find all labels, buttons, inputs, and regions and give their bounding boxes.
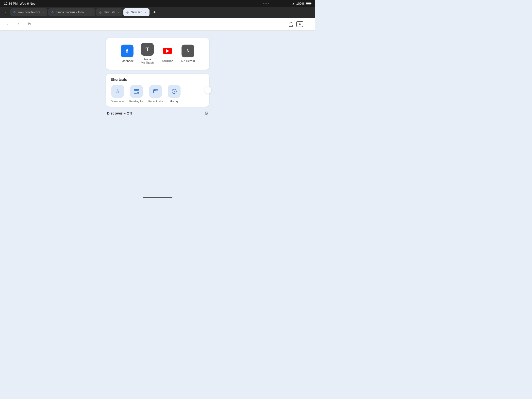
tab-close-newtab4[interactable]: ✕ (144, 11, 147, 14)
shortcut-bookmarks[interactable]: ☆ Bookmarks (111, 85, 124, 103)
tab-newtab4[interactable]: ⊙ New Tab ✕ (123, 8, 150, 16)
trade-icon: T (141, 43, 154, 56)
nzherald-icon: N (182, 45, 194, 57)
tab-favicon-newtab3: ⊙ (99, 11, 102, 14)
facebook-icon (121, 45, 133, 57)
shortcut-label-reading-list: Reading list (129, 100, 143, 103)
svg-rect-1 (134, 90, 139, 91)
shortcut-label-history: History (170, 100, 178, 103)
reading-list-icon-wrap (130, 85, 143, 98)
toolbar-right: 4 ··· (288, 21, 311, 27)
bookmarks-icon-wrap: ☆ (111, 85, 124, 98)
tabs-count: 4 (299, 22, 301, 26)
fav-item-facebook[interactable]: Facebook (120, 45, 133, 63)
shortcuts-grid: ☆ Bookmarks Reading list (111, 85, 204, 103)
recent-tabs-icon (153, 88, 159, 94)
tab-title-newtab4: New Tab (131, 11, 142, 14)
status-right: ▲ 100% (292, 2, 311, 5)
tab-newtab3[interactable]: ⊙ New Tab ✕ (96, 8, 122, 16)
shortcut-recent-tabs[interactable]: Recent tabs (149, 85, 163, 103)
fav-item-nzherald[interactable]: N NZ Herald (181, 45, 195, 63)
home-indicator (143, 197, 172, 198)
svg-rect-0 (134, 89, 139, 90)
tab-title-google: www.google.com (18, 11, 40, 14)
fav-label-nzherald: NZ Herald (181, 59, 195, 63)
reload-button[interactable]: ↻ (26, 20, 33, 28)
status-left: 12:34 PM Wed 6 Nov (4, 2, 35, 5)
date: Wed 6 Nov (20, 2, 35, 5)
svg-rect-7 (156, 90, 158, 91)
more-button[interactable]: ··· (306, 21, 311, 27)
favorites-card: Facebook T TradeMe Touch YouTube N NZ He… (106, 38, 209, 70)
tab-close-newtab3[interactable]: ✕ (116, 11, 120, 14)
bookmarks-icon: ☆ (115, 88, 120, 95)
svg-rect-4 (134, 93, 137, 94)
discover-bar: Discover – Off ⚙ (106, 111, 209, 116)
tab-favicon-google: G (13, 11, 16, 14)
fav-label-facebook: Facebook (120, 59, 133, 63)
tab-panda[interactable]: G panda diorama - Google... ✕ (48, 8, 95, 16)
tab-close-google[interactable]: ✕ (41, 11, 45, 14)
tab-favicon-newtab4: ⊙ (126, 11, 129, 14)
shortcuts-title: Shortcuts (111, 78, 204, 82)
tab-google[interactable]: G www.google.com ✕ (10, 8, 48, 16)
share-button[interactable] (288, 21, 293, 27)
history-icon-wrap (168, 85, 181, 98)
discover-label: Discover – Off (107, 111, 132, 115)
battery-percent: 100% (296, 2, 304, 5)
tab-close-panda[interactable]: ✕ (89, 11, 93, 14)
shortcut-label-recent-tabs: Recent tabs (149, 100, 163, 103)
battery-icon (306, 2, 311, 5)
tab-title-newtab3: New Tab (103, 11, 115, 14)
wifi-icon: ▲ (292, 2, 295, 5)
svg-rect-2 (134, 92, 137, 92)
youtube-play-icon (163, 48, 172, 54)
new-tab-button[interactable]: + (150, 8, 158, 16)
status-bar: 12:34 PM Wed 6 Nov ▲ 100% (0, 0, 315, 7)
discover-settings-icon[interactable]: ⚙ (204, 111, 208, 116)
history-icon (171, 88, 177, 94)
tabs-count-button[interactable]: 4 (296, 21, 303, 27)
shortcut-history[interactable]: History (168, 85, 181, 103)
reading-list-icon (133, 88, 139, 94)
toolbar: ‹ › ↻ 4 ··· (0, 18, 315, 31)
shortcuts-card: Shortcuts ☆ Bookmarks (106, 74, 209, 107)
fav-label-youtube: YouTube (162, 59, 173, 63)
fav-item-youtube[interactable]: YouTube (161, 45, 174, 63)
fav-label-trade: TradeMe Touch (141, 58, 154, 65)
tab-bar: ··· G www.google.com ✕ G panda diorama -… (0, 7, 315, 18)
tab-bar-menu[interactable]: ··· (2, 9, 9, 15)
shortcut-reading-list[interactable]: Reading list (129, 85, 143, 103)
youtube-icon (161, 45, 174, 57)
top-dots (263, 3, 269, 4)
back-button[interactable]: ‹ (4, 20, 12, 28)
tab-title-panda: panda diorama - Google... (56, 11, 88, 14)
tab-favicon-panda: G (51, 11, 54, 14)
page-content: Facebook T TradeMe Touch YouTube N NZ He… (0, 31, 315, 200)
shortcuts-arrow[interactable]: › (204, 87, 211, 94)
recent-tabs-icon-wrap (149, 85, 162, 98)
forward-button[interactable]: › (15, 20, 23, 28)
svg-rect-6 (153, 90, 156, 91)
shortcut-label-bookmarks: Bookmarks (111, 100, 124, 103)
time: 12:34 PM (4, 2, 18, 5)
fav-item-trade[interactable]: T TradeMe Touch (141, 43, 154, 65)
svg-rect-3 (137, 92, 139, 94)
